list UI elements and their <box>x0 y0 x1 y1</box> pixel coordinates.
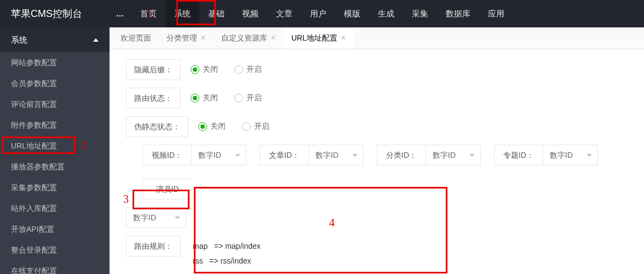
nav-system[interactable]: 系统 <box>165 0 199 27</box>
route-rules-textarea[interactable]: map => map/index rss => rss/index index-… <box>187 236 423 274</box>
sidebar-item-url-config[interactable]: URL地址配置 <box>0 135 110 156</box>
radio-pseudo-static-open[interactable]: 开启 <box>242 122 269 132</box>
app-title: 苹果CMS控制台 <box>0 7 110 20</box>
tab-label: 分类管理 <box>166 27 197 49</box>
sidebar-item-comment-config[interactable]: 评论留言配置 <box>0 94 110 115</box>
tab-url-config[interactable]: URL地址配置 ✕ <box>284 27 354 49</box>
sidebar-item-member-params[interactable]: 会员参数配置 <box>0 73 110 94</box>
label-route-status: 路由状态： <box>126 88 181 109</box>
sidebar-item-open-api[interactable]: 开放API配置 <box>0 219 110 239</box>
radio-route-status-close[interactable]: 关闭 <box>191 93 218 103</box>
tab-welcome[interactable]: 欢迎页面 <box>113 27 159 49</box>
radio-label: 开启 <box>246 65 262 75</box>
nav-article[interactable]: 文章 <box>267 0 301 27</box>
id-select-topic[interactable]: 数字ID <box>543 145 598 165</box>
nav-collect[interactable]: 采集 <box>403 0 437 27</box>
nav-home[interactable]: 首页 <box>131 0 165 27</box>
label-hide-suffix: 隐藏后缀： <box>126 59 181 80</box>
tab-label: 自定义资源库 <box>221 27 267 49</box>
topnav-more-icon[interactable]: … <box>110 9 131 18</box>
id-fields-row: 视频ID： 数字ID 文章ID： 数字ID 分类ID： 数字ID 专题ID： 数… <box>142 145 628 199</box>
radio-hide-suffix-open[interactable]: 开启 <box>234 65 262 75</box>
close-icon[interactable]: ✕ <box>341 27 346 49</box>
tab-label: 欢迎页面 <box>120 27 151 49</box>
id-label: 专题ID： <box>494 145 543 165</box>
topnav: … 首页 系统 基础 视频 文章 用户 模版 生成 采集 数据库 应用 <box>110 0 513 27</box>
id-label: 文章ID： <box>260 145 309 165</box>
nav-generate[interactable]: 生成 <box>369 0 403 27</box>
radio-label: 关闭 <box>203 93 218 103</box>
radio-label: 关闭 <box>210 122 226 132</box>
id-label: 视频ID： <box>142 145 192 165</box>
sidebar-item-external-store[interactable]: 站外入库配置 <box>0 198 110 219</box>
sidebar-group-label: 系统 <box>11 27 27 52</box>
sidebar-item-player-params[interactable]: 播放器参数配置 <box>0 156 110 177</box>
id-select-article[interactable]: 数字ID <box>309 145 364 165</box>
label-route-rules: 路由规则： <box>126 236 181 256</box>
sidebar-item-site-params[interactable]: 网站参数配置 <box>0 52 110 73</box>
close-icon[interactable]: ✕ <box>271 27 276 49</box>
tab-label: URL地址配置 <box>291 27 337 49</box>
collapse-up-icon <box>93 38 99 42</box>
radio-pseudo-static-close[interactable]: 关闭 <box>198 122 226 132</box>
id-select-category[interactable]: 数字ID <box>426 145 481 165</box>
radiogroup-route-status: 关闭 开启 <box>191 93 262 103</box>
sidebar-item-online-pay[interactable]: 在线支付配置 <box>0 260 110 274</box>
id-field-article: 文章ID： 数字ID <box>260 145 364 165</box>
id-field-actor: 演员ID <box>142 179 192 199</box>
id-field-video: 视频ID： 数字ID <box>142 145 246 165</box>
nav-app[interactable]: 应用 <box>479 0 513 27</box>
id-select-video[interactable]: 数字ID <box>192 145 246 165</box>
nav-video[interactable]: 视频 <box>233 0 267 27</box>
radio-unchecked-icon <box>234 94 243 102</box>
close-icon[interactable]: ✕ <box>200 27 206 49</box>
id-field-topic: 专题ID： 数字ID <box>494 145 598 165</box>
tabsbar: 欢迎页面 分类管理 ✕ 自定义资源库 ✕ URL地址配置 ✕ <box>110 27 644 49</box>
radio-checked-icon <box>191 94 199 102</box>
main-area: 欢迎页面 分类管理 ✕ 自定义资源库 ✕ URL地址配置 ✕ 隐藏后缀： 关闭 <box>110 27 644 274</box>
nav-template[interactable]: 模版 <box>335 0 369 27</box>
radio-unchecked-icon <box>234 65 243 74</box>
radio-hide-suffix-close[interactable]: 关闭 <box>191 65 218 75</box>
radio-checked-icon <box>198 122 207 131</box>
radio-checked-icon <box>191 65 199 74</box>
label-pseudo-static: 伪静态状态： <box>126 116 188 137</box>
id-extra-select[interactable]: 数字ID <box>126 207 186 228</box>
tab-category[interactable]: 分类管理 ✕ <box>159 27 214 49</box>
nav-database[interactable]: 数据库 <box>437 0 479 27</box>
radio-label: 关闭 <box>203 65 218 75</box>
id-extra-row: 数字ID <box>126 207 628 228</box>
row-pseudo-static: 伪静态状态： 关闭 开启 <box>126 116 628 137</box>
sidebar-item-collect-params[interactable]: 采集参数配置 <box>0 177 110 198</box>
sidebar-item-attachment-params[interactable]: 附件参数配置 <box>0 115 110 135</box>
row-hide-suffix: 隐藏后缀： 关闭 开启 <box>126 59 628 80</box>
sidebar-item-integrated-login[interactable]: 整合登录配置 <box>0 239 110 260</box>
nav-basic[interactable]: 基础 <box>199 0 233 27</box>
sidebar: 系统 网站参数配置 会员参数配置 评论留言配置 附件参数配置 URL地址配置 播… <box>0 27 110 274</box>
form-wrap: 隐藏后缀： 关闭 开启 路由状态： 关闭 <box>110 49 644 274</box>
row-route-rules: 路由规则： map => map/index rss => rss/index … <box>126 236 628 274</box>
topbar: 苹果CMS控制台 … 首页 系统 基础 视频 文章 用户 模版 生成 采集 数据… <box>0 0 644 27</box>
radiogroup-pseudo-static: 关闭 开启 <box>198 122 269 132</box>
radio-label: 开启 <box>254 122 269 132</box>
row-route-status: 路由状态： 关闭 开启 <box>126 88 628 109</box>
radio-route-status-open[interactable]: 开启 <box>234 93 262 103</box>
id-label: 演员ID <box>142 179 192 199</box>
sidebar-group-title[interactable]: 系统 <box>0 27 110 52</box>
radiogroup-hide-suffix: 关闭 开启 <box>191 65 262 75</box>
tab-custom-resource[interactable]: 自定义资源库 ✕ <box>214 27 284 49</box>
id-label: 分类ID： <box>377 145 426 165</box>
nav-user[interactable]: 用户 <box>301 0 335 27</box>
radio-label: 开启 <box>246 93 262 103</box>
radio-unchecked-icon <box>242 122 251 131</box>
id-field-category: 分类ID： 数字ID <box>377 145 481 165</box>
